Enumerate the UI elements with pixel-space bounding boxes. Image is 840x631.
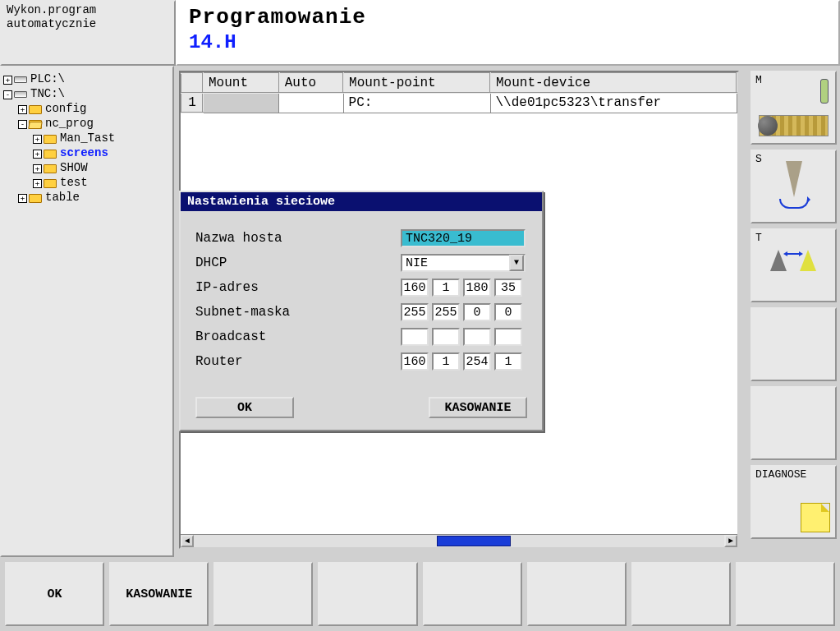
expand-icon[interactable]: + xyxy=(33,179,42,188)
subnet-octet-2[interactable]: 255 xyxy=(432,303,460,321)
expand-icon[interactable]: + xyxy=(33,164,42,173)
col-mountpoint: Mount-point xyxy=(343,73,490,93)
softkey-t[interactable]: T xyxy=(750,228,837,302)
table-icon xyxy=(759,115,829,136)
folder-icon xyxy=(44,164,57,173)
dialog-cancel-button[interactable]: KASOWANIE xyxy=(429,397,527,418)
mode-panel: Wykon.program automatycznie xyxy=(0,0,176,66)
scroll-left-icon[interactable]: ◄ xyxy=(181,535,194,547)
chevron-down-icon[interactable]: ▼ xyxy=(509,255,524,271)
softkey-8[interactable] xyxy=(736,562,835,626)
softkey-empty-2[interactable] xyxy=(750,386,837,460)
network-settings-dialog: Nastawienia sieciowe Nazwa hosta TNC320_… xyxy=(179,191,544,431)
table-row[interactable]: 1 PC: \\de01pc5323\transfer xyxy=(181,93,737,113)
softkey-5[interactable] xyxy=(423,562,522,626)
softkey-6[interactable] xyxy=(527,562,627,626)
subnet-octet-3[interactable]: 0 xyxy=(463,303,491,321)
horizontal-scrollbar[interactable]: ◄ ► xyxy=(181,534,737,547)
router-label: Router xyxy=(195,354,401,369)
tree-item-tnc[interactable]: -TNC:\ xyxy=(3,87,171,102)
softkey-4[interactable] xyxy=(318,562,417,626)
ip-octet-4[interactable]: 35 xyxy=(494,279,522,297)
mode-line2: automatycznie xyxy=(7,17,96,30)
hostname-label: Nazwa hosta xyxy=(195,231,401,246)
folder-icon xyxy=(29,105,42,114)
broadcast-octet-2[interactable] xyxy=(432,328,460,346)
hostname-field[interactable]: TNC320_19 xyxy=(401,229,526,247)
mode-line1: Wykon.program xyxy=(7,3,96,16)
folder-icon xyxy=(29,194,42,203)
router-octet-1[interactable]: 160 xyxy=(401,352,429,371)
subnet-octet-1[interactable]: 255 xyxy=(401,303,429,321)
collapse-icon[interactable]: - xyxy=(18,120,27,129)
expand-icon[interactable]: + xyxy=(18,194,27,203)
tool-yellow-icon xyxy=(800,250,816,271)
dhcp-label: DHCP xyxy=(195,256,401,270)
router-octet-2[interactable]: 1 xyxy=(432,352,460,371)
tree-item-mantast[interactable]: +Man_Tast xyxy=(3,131,171,146)
col-rownum xyxy=(181,73,203,93)
cell-rownum: 1 xyxy=(181,93,203,113)
tree-item-screens[interactable]: +screens xyxy=(3,146,171,161)
ip-label: IP-adres xyxy=(195,280,401,295)
scroll-right-icon[interactable]: ► xyxy=(724,535,737,547)
folder-icon xyxy=(44,179,57,188)
file-tree[interactable]: +PLC:\ -TNC:\ +config -nc_prog +Man_Tast… xyxy=(0,66,174,557)
tree-item-test[interactable]: +test xyxy=(3,176,171,191)
swap-arrow-icon xyxy=(787,253,800,255)
dialog-title: Nastawienia sieciowe xyxy=(181,192,542,211)
softkey-m[interactable]: M xyxy=(750,71,837,145)
table-header-row: Mount Auto Mount-point Mount-device xyxy=(181,73,737,93)
softkey-empty-1[interactable] xyxy=(750,307,837,381)
cell-mount[interactable] xyxy=(203,93,279,113)
subnet-octet-4[interactable]: 0 xyxy=(494,303,522,321)
col-auto: Auto xyxy=(279,73,343,93)
expand-icon[interactable]: + xyxy=(33,135,42,144)
tree-item-config[interactable]: +config xyxy=(3,102,171,117)
right-softkey-bar: M S T DIAGNOSE xyxy=(747,66,840,557)
col-mount: Mount xyxy=(203,73,279,93)
softkey-s[interactable]: S xyxy=(750,150,837,223)
cell-mountpoint[interactable]: PC: xyxy=(343,93,490,113)
page-title: Programowanie xyxy=(189,5,827,30)
folder-icon xyxy=(44,150,57,159)
tool-icon xyxy=(786,161,802,197)
folder-open-icon xyxy=(29,120,42,129)
expand-icon[interactable]: + xyxy=(33,150,42,159)
ip-octet-1[interactable]: 160 xyxy=(401,279,429,297)
softkey-diagnose[interactable]: DIAGNOSE xyxy=(750,465,837,539)
tree-item-plc[interactable]: +PLC:\ xyxy=(3,72,171,87)
ip-octet-3[interactable]: 180 xyxy=(463,279,491,297)
cell-auto[interactable] xyxy=(279,93,343,113)
ip-octet-2[interactable]: 1 xyxy=(432,279,460,297)
softkey-ok[interactable]: OK xyxy=(5,562,104,626)
dialog-ok-button[interactable]: OK xyxy=(195,397,294,418)
folder-icon xyxy=(44,135,57,144)
broadcast-octet-4[interactable] xyxy=(494,328,522,346)
broadcast-octet-1[interactable] xyxy=(401,328,429,346)
tree-item-ncprog[interactable]: -nc_prog xyxy=(3,117,171,131)
rotation-arrow-icon xyxy=(779,199,809,209)
expand-icon[interactable]: + xyxy=(18,105,27,114)
spindle-icon xyxy=(820,79,829,104)
current-file: 14.H xyxy=(189,31,827,53)
title-panel: Programowanie 14.H xyxy=(176,0,840,66)
cell-mountdevice[interactable]: \\de01pc5323\transfer xyxy=(490,93,737,113)
bottom-softkey-bar: OK KASOWANIE xyxy=(0,557,840,631)
tree-item-show[interactable]: +SHOW xyxy=(3,161,171,176)
router-octet-4[interactable]: 1 xyxy=(494,352,522,371)
router-octet-3[interactable]: 254 xyxy=(463,352,491,371)
softkey-kasowanie[interactable]: KASOWANIE xyxy=(109,562,209,626)
softkey-3[interactable] xyxy=(213,562,313,626)
drive-icon xyxy=(14,91,27,98)
softkey-7[interactable] xyxy=(631,562,731,626)
expand-icon[interactable]: + xyxy=(3,76,12,85)
drive-icon xyxy=(14,76,27,83)
mount-table[interactable]: Mount Auto Mount-point Mount-device 1 PC… xyxy=(181,72,737,113)
dhcp-select[interactable]: NIE▼ xyxy=(401,254,526,272)
collapse-icon[interactable]: - xyxy=(3,90,12,99)
scroll-thumb[interactable] xyxy=(437,536,511,546)
col-mountdevice: Mount-device xyxy=(490,73,737,93)
broadcast-octet-3[interactable] xyxy=(463,328,491,346)
tree-item-table[interactable]: +table xyxy=(3,191,171,205)
